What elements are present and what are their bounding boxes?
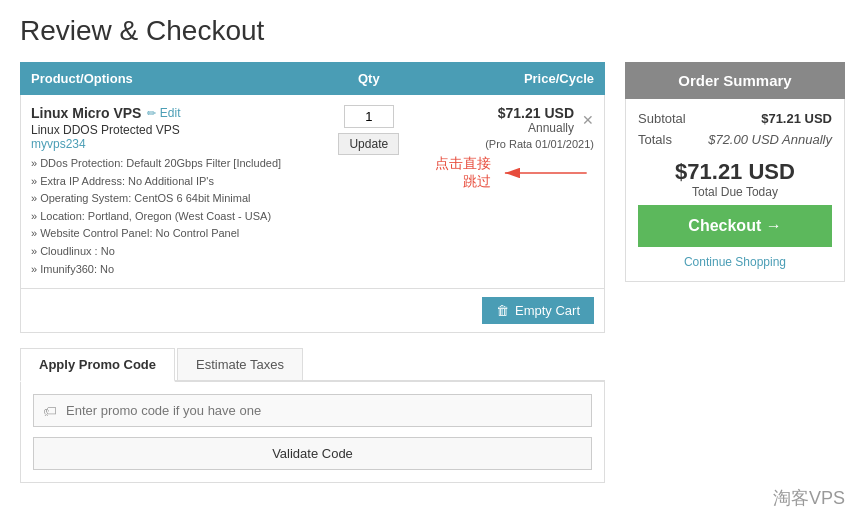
total-due-amount: $71.21 USD (638, 159, 832, 185)
detail-6: » Imunify360: No (31, 261, 313, 279)
cart-item-price: $71.21 USD Annually ✕ (Pro Rata 01/01/20… (425, 105, 594, 191)
cart-section: Product/Options Qty Price/Cycle Linux Mi… (20, 62, 605, 483)
cart-item-product: Linux Micro VPS ✏ Edit Linux DDOS Protec… (31, 105, 313, 278)
product-name: Linux Micro VPS (31, 105, 141, 121)
cart-table-header: Product/Options Qty Price/Cycle (20, 62, 605, 95)
promo-input[interactable] (33, 394, 592, 427)
total-due-section: $71.21 USD Total Due Today (638, 159, 832, 199)
product-id: myvps234 (31, 137, 313, 151)
summary-body: Subtotal $71.21 USD Totals $72.00 USD An… (625, 99, 845, 282)
product-subtitle: Linux DDOS Protected VPS (31, 123, 313, 137)
empty-cart-label: Empty Cart (515, 303, 580, 318)
detail-1: » Extra IP Address: No Additional IP's (31, 173, 313, 191)
update-button[interactable]: Update (338, 133, 399, 155)
summary-header: Order Summary (625, 62, 845, 99)
tabs-section: Apply Promo Code Estimate Taxes 🏷 Valida… (20, 348, 605, 483)
subtotal-value: $71.21 USD (761, 111, 832, 126)
remove-button[interactable]: ✕ (582, 112, 594, 128)
detail-5: » Cloudlinux : No (31, 243, 313, 261)
product-details: » DDos Protection: Default 20Gbps Filter… (31, 155, 313, 278)
order-summary: Order Summary Subtotal $71.21 USD Totals… (625, 62, 845, 483)
page-title: Review & Checkout (20, 15, 845, 47)
empty-cart-row: 🗑 Empty Cart (20, 289, 605, 333)
empty-cart-button[interactable]: 🗑 Empty Cart (482, 297, 594, 324)
tabs-header: Apply Promo Code Estimate Taxes (20, 348, 605, 382)
price-cycle: Annually (498, 121, 574, 135)
tab-estimate-taxes[interactable]: Estimate Taxes (177, 348, 303, 380)
tab-apply-promo[interactable]: Apply Promo Code (20, 348, 175, 382)
total-due-label: Total Due Today (638, 185, 832, 199)
trash-icon: 🗑 (496, 303, 509, 318)
detail-0: » DDos Protection: Default 20Gbps Filter… (31, 155, 313, 173)
promo-input-wrapper: 🏷 (33, 394, 592, 427)
tag-icon: 🏷 (43, 403, 57, 419)
subtotal-row: Subtotal $71.21 USD (638, 111, 832, 126)
chinese-annotation: 点击直接跳过 (425, 155, 490, 191)
edit-link[interactable]: ✏ Edit (147, 106, 180, 120)
cart-item-row: Linux Micro VPS ✏ Edit Linux DDOS Protec… (20, 95, 605, 289)
arrow-icon (501, 158, 594, 188)
tab-content-promo: 🏷 Validate Code (20, 382, 605, 483)
totals-row: Totals $72.00 USD Annually (638, 132, 832, 147)
annotation-area: 点击直接跳过 (425, 155, 594, 191)
watermark: 淘客VPS (773, 486, 845, 498)
validate-code-button[interactable]: Validate Code (33, 437, 592, 470)
detail-2: » Operating System: CentOS 6 64bit Minim… (31, 190, 313, 208)
cart-item-qty: Update (313, 105, 426, 155)
detail-3: » Location: Portland, Oregon (West Coast… (31, 208, 313, 226)
continue-shopping-link[interactable]: Continue Shopping (638, 255, 832, 269)
edit-label: Edit (160, 106, 181, 120)
col-qty-header: Qty (313, 71, 426, 86)
col-product-header: Product/Options (31, 71, 313, 86)
col-price-header: Price/Cycle (425, 71, 594, 86)
totals-value: $72.00 USD Annually (708, 132, 832, 147)
pro-rata: (Pro Rata 01/01/2021) (425, 138, 594, 150)
subtotal-label: Subtotal (638, 111, 686, 126)
pencil-icon: ✏ (147, 107, 156, 119)
checkout-button[interactable]: Checkout → (638, 205, 832, 247)
detail-4: » Website Control Panel: No Control Pane… (31, 225, 313, 243)
totals-label: Totals (638, 132, 672, 147)
qty-input[interactable] (344, 105, 394, 128)
price-amount: $71.21 USD (498, 105, 574, 121)
